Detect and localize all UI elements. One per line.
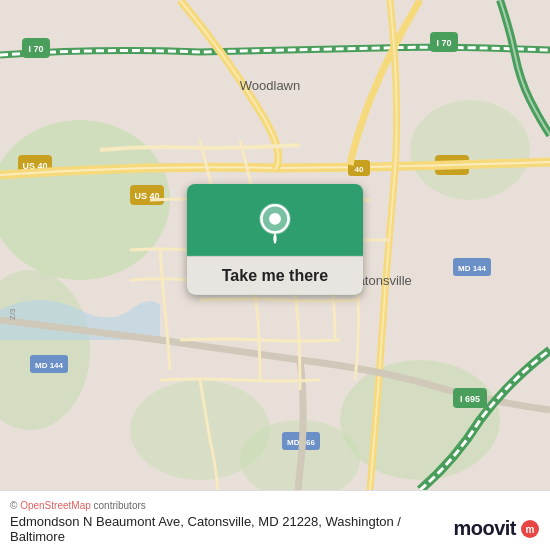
moovit-logo: moovit m	[453, 517, 540, 540]
svg-text:I 695: I 695	[460, 394, 480, 404]
copyright-symbol: ©	[10, 500, 17, 511]
map-container: I 70 I 70 US 40 US 40 US 40 40 MD 144	[0, 0, 550, 490]
footer: © OpenStreetMap contributors Edmondson N…	[0, 490, 550, 550]
take-me-there-button[interactable]: Take me there	[187, 184, 363, 295]
svg-text:I 70: I 70	[28, 44, 43, 54]
svg-text:MD 144: MD 144	[458, 264, 487, 273]
moovit-brand-text: moovit	[453, 517, 516, 540]
contributors-text: contributors	[94, 500, 146, 511]
svg-text:Z/3: Z/3	[8, 308, 17, 320]
footer-address: Edmondson N Beaumont Ave, Catonsville, M…	[10, 514, 453, 544]
button-label: Take me there	[187, 256, 363, 295]
svg-text:MD 144: MD 144	[35, 361, 64, 370]
footer-address-row: Edmondson N Beaumont Ave, Catonsville, M…	[10, 514, 540, 544]
svg-point-33	[269, 213, 281, 225]
moovit-logo-icon: m	[520, 519, 540, 539]
openstreetmap-link[interactable]: OpenStreetMap	[20, 500, 93, 511]
svg-point-3	[410, 100, 530, 200]
svg-text:40: 40	[355, 165, 364, 174]
svg-text:Woodlawn: Woodlawn	[240, 78, 300, 93]
footer-copyright: © OpenStreetMap contributors	[10, 500, 540, 511]
button-overlay: Take me there	[187, 184, 363, 295]
button-icon-area	[187, 184, 363, 256]
location-pin-icon	[253, 202, 297, 246]
svg-text:m: m	[526, 524, 535, 535]
svg-text:I 70: I 70	[436, 38, 451, 48]
